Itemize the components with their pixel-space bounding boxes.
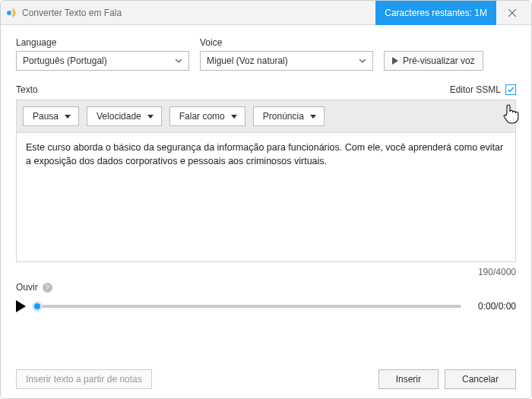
help-icon[interactable]: ? (43, 283, 52, 293)
preview-voice-label: Pré-visualizar voz (403, 55, 475, 66)
chevron-down-icon (175, 57, 182, 65)
toolbar-pause[interactable]: Pausa (23, 106, 79, 126)
play-button[interactable] (16, 300, 26, 312)
seek-track[interactable] (35, 305, 461, 308)
language-label: Language (16, 37, 189, 48)
preview-voice-button[interactable]: Pré-visualizar voz (384, 51, 483, 71)
close-button[interactable] (501, 1, 524, 25)
voice-value: Miguel (Voz natural) (207, 55, 288, 66)
caret-down-icon (65, 115, 71, 119)
caret-down-icon (310, 115, 316, 119)
char-counter: 190/4000 (16, 267, 516, 277)
chevron-down-icon (359, 57, 366, 65)
play-icon (392, 57, 398, 65)
seek-thumb[interactable] (32, 301, 43, 312)
voice-label: Voice (200, 37, 373, 48)
dialog-window: Converter Texto em Fala Caracteres resta… (0, 0, 532, 399)
text-section-label: Texto (16, 84, 38, 95)
language-select[interactable]: Português (Portugal) (16, 51, 189, 71)
text-input[interactable]: Este curso aborda o básico da segurança … (16, 133, 516, 262)
insert-from-notes-button[interactable]: Inserir texto a partir de notas (16, 369, 152, 389)
svg-point-0 (7, 11, 11, 15)
titlebar: Converter Texto em Fala Caracteres resta… (1, 1, 531, 25)
toolbar-speak-as[interactable]: Falar como (169, 106, 245, 126)
caret-down-icon (147, 115, 154, 119)
listen-label: Ouvir (16, 282, 38, 293)
editor-ssml-checkbox[interactable] (505, 84, 516, 95)
window-title: Converter Texto em Fala (22, 8, 122, 18)
app-icon (5, 7, 17, 19)
content-area: Language Português (Portugal) Voice Migu… (1, 25, 531, 398)
language-value: Português (Portugal) (23, 55, 107, 66)
cancel-button[interactable]: Cancelar (445, 369, 516, 389)
voice-select[interactable]: Miguel (Voz natural) (200, 51, 373, 71)
audio-player: 0:00/0:00 (16, 300, 516, 312)
ssml-toolbar: Pausa Velocidade Falar como Pronúncia (16, 100, 516, 133)
chars-remaining-badge: Caracteres restantes: 1M (375, 1, 496, 25)
svg-marker-3 (392, 57, 398, 65)
insert-button[interactable]: Inserir (378, 369, 439, 389)
editor-ssml-label: Editor SSML (450, 84, 501, 95)
toolbar-pronunciation[interactable]: Pronúncia (253, 106, 325, 126)
caret-down-icon (231, 115, 237, 119)
time-display: 0:00/0:00 (470, 301, 516, 312)
toolbar-speed[interactable]: Velocidade (87, 106, 162, 126)
close-icon (508, 9, 516, 17)
check-icon (507, 86, 515, 93)
